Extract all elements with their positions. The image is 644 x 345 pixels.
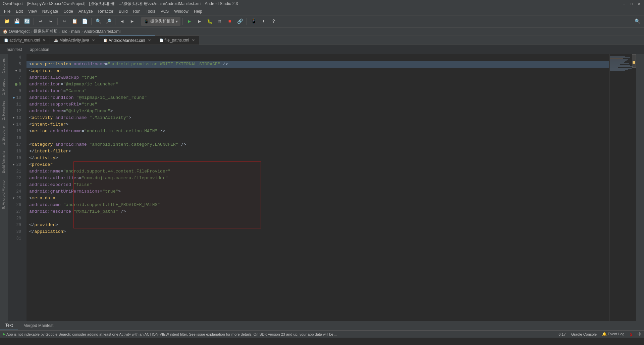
code-line-10[interactable]: android:roundIcon="@mipmap/ic_launcher_r… — [26, 94, 609, 101]
run-button[interactable]: ▶ — [185, 17, 194, 26]
tab-filepaths[interactable]: 📄 file_paths.xml ✕ — [155, 36, 199, 45]
menu-vcs[interactable]: VCS — [158, 8, 172, 14]
event-log-btn[interactable]: 🔔 Event Log — [602, 332, 625, 336]
sub-tab-manifest[interactable]: manifest — [3, 46, 26, 53]
code-line-31[interactable] — [26, 235, 609, 242]
sub-tab-application[interactable]: application — [26, 46, 53, 53]
help-icon[interactable]: ? — [269, 17, 278, 26]
tab-activity-main[interactable]: 📄 activity_main.xml ✕ — [0, 36, 50, 45]
sync-project-icon[interactable]: 🔗 — [235, 17, 245, 26]
tab-close-mainactivity[interactable]: ✕ — [92, 38, 95, 43]
save-icon[interactable]: 💾 — [12, 17, 21, 26]
tab-close-filepaths[interactable]: ✕ — [192, 38, 195, 43]
code-line-16[interactable] — [26, 135, 609, 141]
code-line-18[interactable]: </intent-filter> — [26, 148, 609, 155]
stop-button[interactable]: ■ — [225, 17, 234, 26]
sogou-icon[interactable]: S — [630, 332, 632, 336]
menu-tools[interactable]: Tools — [143, 8, 158, 14]
undo-icon[interactable]: ↩ — [36, 17, 45, 26]
code-line-28[interactable] — [26, 215, 609, 222]
code-line-25[interactable]: <meta-data — [26, 195, 609, 202]
code-line-7[interactable]: android:allowBackup="true" — [26, 74, 609, 81]
code-line-23[interactable]: android:exported="false" — [26, 182, 609, 188]
bc-file[interactable]: AndroidManifest.xml — [84, 29, 120, 34]
code-line-15[interactable]: <action android:name="android.intent.act… — [26, 128, 609, 135]
menu-file[interactable]: File — [1, 8, 13, 14]
sidebar-android-monitor[interactable]: 6: Android Monitor — [0, 177, 8, 212]
bottom-tab-merged-manifest[interactable]: Merged Manifest — [18, 321, 59, 330]
code-line-14[interactable]: <intent-filter> — [26, 121, 609, 128]
tab-icon-filepaths: 📄 — [159, 39, 163, 42]
code-line-11[interactable]: android:supportsRtl="true" — [26, 101, 609, 108]
code-line-17[interactable]: <category android:name="android.intent.c… — [26, 141, 609, 148]
tab-androidmanifest[interactable]: 📋 AndroidManifest.xml ✕ — [99, 36, 155, 45]
project-icon[interactable]: 📁 — [2, 17, 11, 26]
code-line-22[interactable]: android:authorities="com.dujiang.camera.… — [26, 175, 609, 182]
code-line-6[interactable]: <application — [26, 68, 609, 74]
coverage-icon[interactable]: ▶ — [195, 17, 204, 26]
redo-icon[interactable]: ↪ — [46, 17, 55, 26]
sidebar-captures[interactable]: Captures — [0, 56, 8, 76]
tab-mainactivity[interactable]: ☕ MainActivity.java ✕ — [50, 36, 99, 45]
tab-close-manifest[interactable]: ✕ — [148, 38, 151, 43]
bc-main[interactable]: main — [71, 29, 80, 34]
paste-icon[interactable]: 📄 — [80, 17, 89, 26]
breadcrumb: 🏠 OwnProject › 摄像头和相册 › src › main › And… — [0, 27, 644, 36]
menu-edit[interactable]: Edit — [13, 8, 25, 14]
code-line-26[interactable]: android:name="android.support.FILE_PROVI… — [26, 202, 609, 208]
sdk-icon[interactable]: ⬇ — [259, 17, 268, 26]
sidebar-build-variants[interactable]: Build Variants — [0, 148, 8, 176]
menu-analyze[interactable]: Analyze — [76, 8, 96, 14]
menu-window[interactable]: Window — [171, 8, 191, 14]
code-line-8[interactable]: android:icon="@mipmap/ic_launcher" — [26, 81, 609, 88]
code-line-4[interactable] — [26, 54, 609, 61]
sync-icon[interactable]: 🔄 — [22, 17, 32, 26]
sidebar-structure[interactable]: Z-Structure — [0, 124, 8, 147]
sidebar-favorites[interactable]: 2: Favorites — [0, 98, 8, 123]
bc-src[interactable]: src — [62, 29, 67, 34]
copy-icon[interactable]: 📋 — [70, 17, 79, 26]
run-config-selector[interactable]: 📱 摄像头和相册 ▾ — [141, 17, 180, 26]
android-monitor-icon[interactable]: ▶ App is not indexable by Google Search;… — [3, 332, 337, 336]
menu-build[interactable]: Build — [116, 8, 130, 14]
bc-module[interactable]: 摄像头和相册 — [34, 28, 58, 34]
code-line-9[interactable]: android:label="Camera" — [26, 88, 609, 94]
maximize-button[interactable]: □ — [629, 1, 634, 6]
close-button[interactable]: ✕ — [637, 1, 641, 6]
menu-refactor[interactable]: Refactor — [96, 8, 116, 14]
menu-run[interactable]: Run — [130, 8, 143, 14]
avd-icon[interactable]: 📱 — [249, 17, 258, 26]
forward-icon[interactable]: ▶ — [127, 17, 137, 26]
code-line-29[interactable]: </provider> — [26, 222, 609, 228]
menu-view[interactable]: View — [25, 8, 40, 14]
profile-icon[interactable]: ≋ — [215, 17, 224, 26]
line-5: 5 — [8, 61, 24, 68]
cut-icon[interactable]: ✂ — [60, 17, 69, 26]
sidebar-project[interactable]: 1: Project — [0, 77, 8, 97]
code-line-30[interactable]: </application> — [26, 228, 609, 235]
find-replace-icon[interactable]: 🔎 — [104, 17, 113, 26]
code-line-13[interactable]: <activity android:name=".MainActivity"> — [26, 115, 609, 121]
tab-close-activity[interactable]: ✕ — [43, 38, 46, 43]
window-title: OwnProject - [E:\copyWorkSpace\OwnProjec… — [3, 1, 622, 7]
code-line-19[interactable]: </activity> — [26, 155, 609, 161]
find-icon[interactable]: 🔍 — [94, 17, 103, 26]
menu-code[interactable]: Code — [61, 8, 76, 14]
code-line-12[interactable]: android:theme="@style/AppTheme"> — [26, 108, 609, 115]
code-editor[interactable]: <uses-permission android:name="android.p… — [26, 54, 609, 321]
code-line-27[interactable]: android:resource="@xml/file_paths" /> — [26, 208, 609, 215]
debug-button[interactable]: 🐛 — [205, 17, 214, 26]
bc-project[interactable]: 🏠 OwnProject — [3, 29, 30, 34]
gradle-console-btn[interactable]: Gradle Console — [571, 332, 597, 336]
code-line-20[interactable]: <provider — [26, 161, 609, 168]
code-line-5[interactable]: <uses-permission android:name="android.p… — [26, 61, 609, 68]
search-everywhere-icon[interactable]: 🔍 — [633, 17, 642, 26]
minimize-button[interactable]: – — [622, 1, 627, 6]
bottom-tab-text[interactable]: Text — [0, 321, 18, 330]
menu-help[interactable]: Help — [191, 8, 205, 14]
code-line-21[interactable]: android:name="android.support.v4.content… — [26, 168, 609, 175]
back-icon[interactable]: ◀ — [117, 17, 127, 26]
code-line-24[interactable]: android:grantUriPermissions="true"> — [26, 188, 609, 195]
ime-icon[interactable]: 中 — [638, 332, 641, 337]
menu-navigate[interactable]: Navigate — [40, 8, 61, 14]
